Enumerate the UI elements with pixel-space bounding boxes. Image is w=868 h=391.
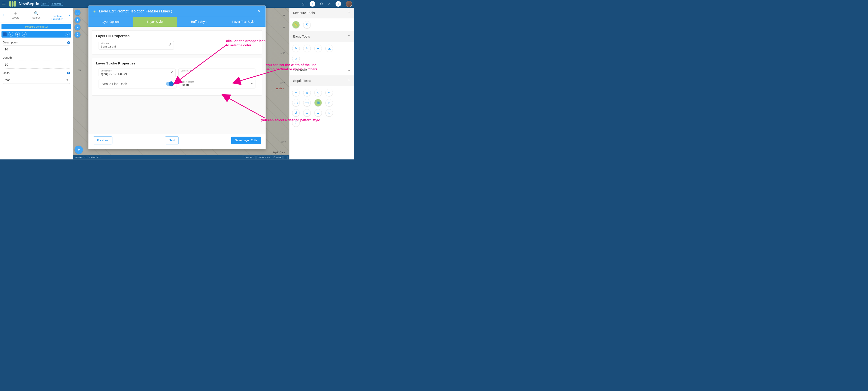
fill-color-label: Fill Color [101, 42, 167, 44]
modal-footer: Previous Next Save Layer Edits [89, 134, 266, 149]
fill-properties-panel: Layer Fill Properties Fill Color [92, 31, 262, 54]
modal-tabs: Layer Options Layer Style Buffer Style L… [89, 17, 266, 27]
layers-icon: ◈ [93, 9, 96, 13]
previous-button[interactable]: Previous [93, 137, 112, 144]
modal-title: Layer Edit Prompt (Isolation Features Li… [99, 9, 172, 13]
fill-color-input[interactable] [101, 44, 167, 48]
dash-label: Stroke Line Dash [102, 82, 127, 86]
stroke-width-label: Stroke Width [181, 70, 253, 72]
stroke-color-input[interactable] [101, 72, 168, 75]
eyedropper-icon[interactable] [168, 43, 172, 47]
layer-edit-modal: ◈ Layer Edit Prompt (Isolation Features … [89, 5, 266, 149]
tab-layer-options[interactable]: Layer Options [89, 17, 133, 27]
modal-close-button[interactable]: ✕ [258, 9, 261, 13]
stroke-color-label: Stroke Color [101, 70, 168, 72]
modal-header: ◈ Layer Edit Prompt (Isolation Features … [89, 5, 266, 17]
save-layer-edits-button[interactable]: Save Layer Edits [231, 137, 261, 144]
stroke-color-field[interactable]: Stroke Color [99, 68, 176, 77]
dash-toggle[interactable] [166, 82, 173, 86]
tab-layer-style[interactable]: Layer Style [133, 17, 177, 27]
modal-overlay: ◈ Layer Edit Prompt (Isolation Features … [0, 0, 354, 159]
stroke-dash-toggle-field: Stroke Line Dash [99, 79, 176, 89]
stroke-width-field[interactable]: Stroke Width [178, 68, 255, 77]
tab-buffer-style[interactable]: Buffer Style [177, 17, 221, 27]
eyedropper-icon[interactable] [170, 71, 173, 75]
dash-pattern-select[interactable]: Select pattern 10,10 ▼ [179, 79, 255, 89]
stroke-width-input[interactable] [181, 72, 253, 75]
fill-color-field[interactable]: Fill Color [99, 41, 174, 50]
fill-section-title: Layer Fill Properties [96, 34, 258, 38]
stroke-properties-panel: Layer Stroke Properties Stroke Color [92, 58, 262, 95]
chevron-down-icon: ▼ [251, 82, 253, 85]
tab-layer-text-style[interactable]: Layer Text Style [221, 17, 266, 27]
pattern-label: Select pattern [182, 81, 251, 83]
next-button[interactable]: Next [165, 137, 179, 144]
pattern-value: 10,10 [182, 83, 251, 87]
stroke-section-title: Layer Stroke Properties [96, 61, 258, 65]
